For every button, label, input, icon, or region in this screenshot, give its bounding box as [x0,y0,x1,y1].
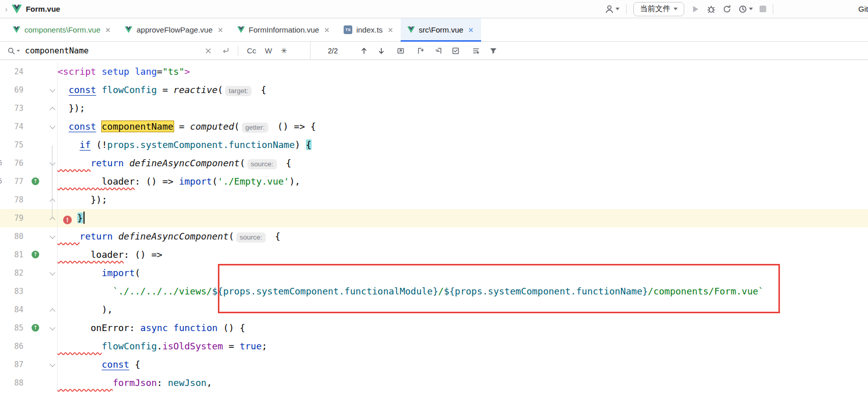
code-text[interactable]: return defineAsyncComponent(source: { [57,227,868,246]
search-field[interactable]: componentName Cc W ✳ [0,42,311,59]
code-text[interactable]: ! } [57,209,868,227]
line-number[interactable]: 82 [0,264,23,282]
fold-down-icon[interactable] [49,86,55,92]
gutter-arrow-icon[interactable]: ↑ [32,251,39,258]
code-line[interactable]: 69 const flowConfig = reactive(target: { [0,81,868,99]
code-text[interactable]: import( [57,264,868,282]
close-tab-icon[interactable] [104,26,111,34]
tab-index-ts[interactable]: TS index.ts [337,18,401,41]
close-tab-icon[interactable] [467,26,474,34]
code-text[interactable]: }); [57,191,868,209]
tab-src-form-vue[interactable]: src\Form.vue [401,18,482,41]
code-editor[interactable]: 24<script setup lang="ts">69 const flowC… [0,60,868,417]
line-number[interactable]: 78 [0,191,23,209]
code-line[interactable]: 85↑ onError: async function () { [0,319,868,337]
line-number[interactable]: 84 [0,301,23,319]
fold-down-icon[interactable] [49,361,55,367]
select-all-occurrences-button[interactable] [452,47,460,55]
line-number[interactable]: 88 [0,374,23,392]
line-number[interactable]: 69 [0,81,23,99]
remove-occurrence-button[interactable] [434,47,442,55]
code-text[interactable]: loader: () => import('./Empty.vue'), [57,172,868,191]
close-tab-icon[interactable] [387,26,394,34]
line-number[interactable]: 76 [0,154,23,172]
code-line[interactable]: 75 if (!props.systemComponent.functionNa… [0,136,868,154]
match-case-toggle[interactable]: Cc [247,46,256,55]
user-account-button[interactable] [605,5,620,14]
line-number[interactable]: 83 [0,282,23,301]
fold-up-icon[interactable] [49,198,55,204]
code-text[interactable]: const flowConfig = reactive(target: { [57,81,868,99]
close-tab-icon[interactable] [323,26,330,34]
git-menu[interactable]: Git [858,5,868,13]
fold-up-icon[interactable] [49,107,55,112]
fold-down-icon[interactable] [49,270,55,275]
code-text[interactable]: }); [57,99,868,117]
code-line[interactable]: 82 import( [0,264,868,282]
previous-match-button[interactable] [360,47,368,55]
open-in-find-window-button[interactable] [397,47,405,55]
run-configuration-selector[interactable]: 当前文件 [633,2,684,16]
code-text[interactable]: return defineAsyncComponent(source: { [57,154,868,172]
code-line[interactable]: 88 formJson: newJson, [0,374,868,392]
code-text[interactable]: onError: async function () { [57,319,868,337]
tab-approveflowpage-vue[interactable]: approveFlowPage.vue [118,18,230,41]
code-text[interactable]: const { [57,355,868,374]
code-line[interactable]: 87 const { [0,355,868,374]
code-line[interactable]: 74 const componentName = computed(getter… [0,117,868,136]
tab-components-form-vue[interactable]: components\Form.vue [6,18,118,41]
code-text[interactable]: ), [57,301,868,319]
fold-up-icon[interactable] [49,308,55,314]
debug-button[interactable] [707,5,716,14]
filter-icon[interactable] [489,47,497,55]
code-text[interactable]: `./../../../views/${props.systemComponen… [57,282,868,301]
code-line[interactable]: 77↑ loader: () => import('./Empty.vue'), [0,172,868,191]
profiler-button[interactable] [738,5,753,14]
code-line[interactable]: 80 return defineAsyncComponent(source: { [0,227,868,246]
code-text[interactable]: loader: () => [57,246,868,264]
line-number[interactable]: 81 [0,246,23,264]
line-number[interactable]: 79 [0,209,23,227]
add-occurrence-button[interactable] [417,47,425,55]
fold-down-icon[interactable] [49,233,55,239]
line-number[interactable]: 74 [0,117,23,136]
line-number[interactable]: 77 [0,172,23,191]
code-line[interactable]: 73 }); [0,99,868,117]
line-number[interactable]: 24 [0,63,23,81]
code-line[interactable]: 86 flowConfig.isOldSystem = true; [0,337,868,355]
line-number[interactable]: 73 [0,99,23,117]
code-line[interactable]: 76 return defineAsyncComponent(source: { [0,154,868,172]
gutter-arrow-icon[interactable]: ↑ [32,177,39,185]
code-line[interactable]: 79 ! } [0,209,868,227]
fold-down-icon[interactable] [49,123,55,129]
search-input[interactable]: componentName [25,46,204,55]
code-line[interactable]: 78 }); [0,191,868,209]
run-button[interactable] [691,5,700,14]
code-line[interactable]: 81↑ loader: () => [0,246,868,264]
line-number[interactable]: 87 [0,355,23,374]
fold-down-icon[interactable] [49,160,55,165]
new-line-icon[interactable] [221,47,230,55]
line-number[interactable]: 86 [0,337,23,355]
code-text[interactable]: flowConfig.isOldSystem = true; [57,337,868,355]
tab-forminformation-vue[interactable]: FormInformation.vue [231,18,337,41]
code-text[interactable]: if (!props.systemComponent.functionName)… [57,136,868,154]
code-line[interactable]: 83 `./../../../views/${props.systemCompo… [0,282,868,301]
whole-words-toggle[interactable]: W [265,46,272,55]
clear-search-icon[interactable] [204,47,212,55]
close-tab-icon[interactable] [217,26,224,34]
code-line[interactable]: 84 ), [0,301,868,319]
run-with-coverage-button[interactable] [722,5,732,14]
code-line[interactable]: 24<script setup lang="ts"> [0,63,868,81]
line-number[interactable]: 80 [0,227,23,246]
fold-down-icon[interactable] [49,324,55,330]
code-text[interactable]: formJson: newJson, [57,374,868,392]
fold-up-icon[interactable] [49,217,55,222]
gutter-arrow-icon[interactable]: ↑ [32,324,39,332]
code-text[interactable]: const componentName = computed(getter: (… [57,117,868,136]
regex-toggle[interactable]: ✳ [281,46,288,55]
breadcrumb-chevron-icon[interactable]: › [5,5,8,13]
line-number[interactable]: 75 [0,136,23,154]
stop-button[interactable] [760,6,766,12]
search-history-chevron-icon[interactable] [17,50,20,52]
